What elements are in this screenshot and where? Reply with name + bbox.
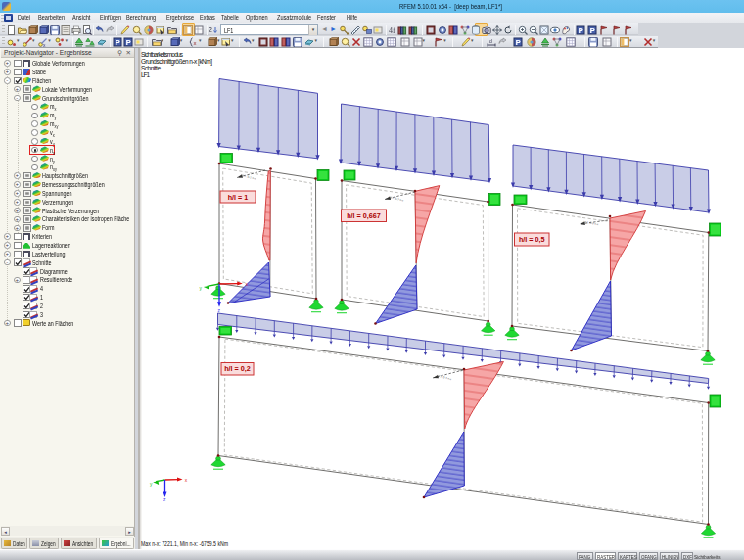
svg-text:h/l = 0,5: h/l = 0,5 [519, 235, 545, 244]
svg-text:x: x [43, 41, 46, 47]
svg-text:LF1: LF1 [141, 71, 150, 78]
svg-text:d: d [489, 37, 492, 43]
svg-text:4f: 4f [389, 26, 395, 35]
svg-text:2: 2 [209, 26, 212, 33]
svg-text:P: P [579, 26, 583, 35]
svg-text:P: P [125, 38, 130, 47]
svg-text:h/l = 1: h/l = 1 [228, 193, 249, 202]
svg-text:h/l = 0,2: h/l = 0,2 [224, 364, 251, 373]
svg-text:P: P [516, 38, 521, 47]
svg-text:Schnitte: Schnitte [141, 65, 161, 71]
svg-text:h/l = 0,667: h/l = 0,667 [347, 211, 381, 220]
svg-text:P: P [115, 38, 119, 47]
svg-text:P: P [590, 26, 595, 35]
svg-text:x: x [194, 39, 197, 45]
svg-text:Max n-x: 7221.1, Min n-x: -675: Max n-x: 7221.1, Min n-x: -6759.5 kNm [141, 540, 228, 547]
svg-text:Sichtbarkeitsmodus: Sichtbarkeitsmodus [141, 51, 184, 58]
